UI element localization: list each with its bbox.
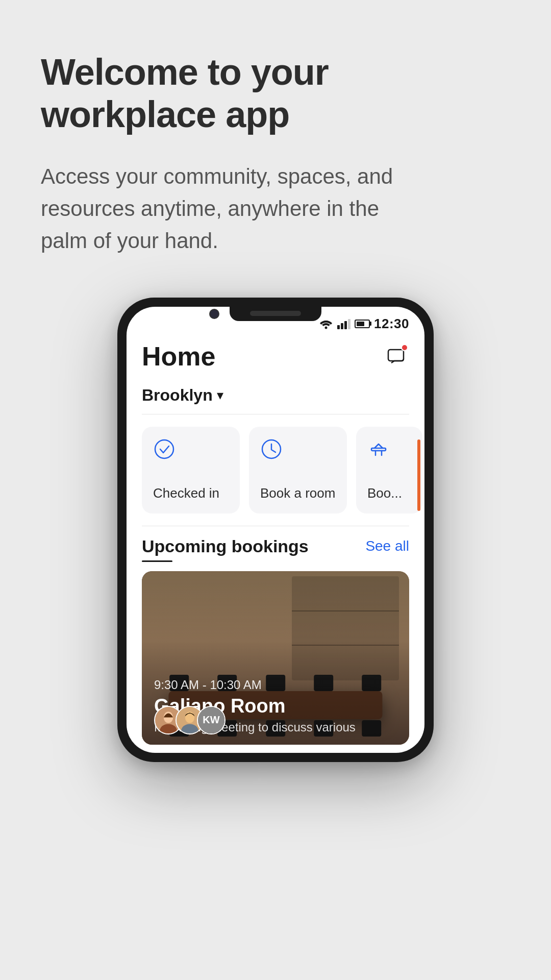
check-circle-icon (153, 438, 176, 460)
phone-outer-shell: 12:30 Home (117, 298, 434, 762)
notification-dot (401, 344, 408, 351)
phone-speaker (250, 311, 301, 316)
book-desk-card[interactable]: Boo... (356, 427, 422, 513)
hero-section: Welcome to your workplace app Access you… (41, 51, 510, 257)
status-time: 12:30 (374, 316, 409, 332)
booking-image: 9:30 AM - 10:30 AM Galiano Room Marketin… (142, 571, 409, 745)
scroll-indicator (417, 439, 420, 511)
book-room-card[interactable]: Book a room (249, 427, 347, 513)
book-desk-label: Boo... (367, 485, 402, 502)
section-header: Upcoming bookings See all (142, 536, 409, 556)
quick-actions-row: Checked in Book a room (127, 414, 424, 526)
app-title: Home (142, 341, 215, 372)
signal-icon (337, 318, 350, 329)
avatar-group: KW (154, 706, 226, 734)
section-title: Upcoming bookings (142, 536, 309, 556)
svg-point-2 (155, 440, 173, 458)
app-header: Home (127, 336, 424, 382)
booking-time: 9:30 AM - 10:30 AM (154, 678, 397, 692)
notifications-button[interactable] (383, 343, 409, 370)
desk-icon (367, 438, 390, 460)
see-all-link[interactable]: See all (365, 538, 409, 554)
svg-rect-1 (388, 350, 404, 361)
location-name: Brooklyn (142, 386, 213, 405)
clock-icon (260, 438, 283, 460)
phone-camera (209, 309, 219, 319)
avatar-initials: KW (197, 706, 226, 734)
svg-point-0 (325, 327, 328, 329)
phone-screen: 12:30 Home (127, 307, 424, 753)
booking-card[interactable]: 9:30 AM - 10:30 AM Galiano Room Marketin… (142, 571, 409, 745)
chevron-down-icon: ▾ (217, 387, 223, 403)
svg-rect-4 (371, 448, 386, 451)
section-underline (142, 560, 172, 562)
bookings-section: Upcoming bookings See all (127, 526, 424, 753)
location-selector[interactable]: Brooklyn ▾ (127, 382, 424, 414)
avatar-initials-text: KW (198, 707, 224, 733)
book-room-label: Book a room (260, 485, 335, 502)
hero-title: Welcome to your workplace app (41, 51, 510, 136)
hero-subtitle: Access your community, spaces, and resou… (41, 160, 429, 257)
checked-in-card[interactable]: Checked in (142, 427, 240, 513)
battery-icon (355, 320, 370, 328)
page-wrapper: Welcome to your workplace app Access you… (0, 0, 551, 980)
phone-mockup: 12:30 Home (117, 298, 434, 762)
status-icons: 12:30 (319, 316, 409, 332)
wifi-icon (319, 318, 333, 329)
checked-in-label: Checked in (153, 485, 219, 502)
